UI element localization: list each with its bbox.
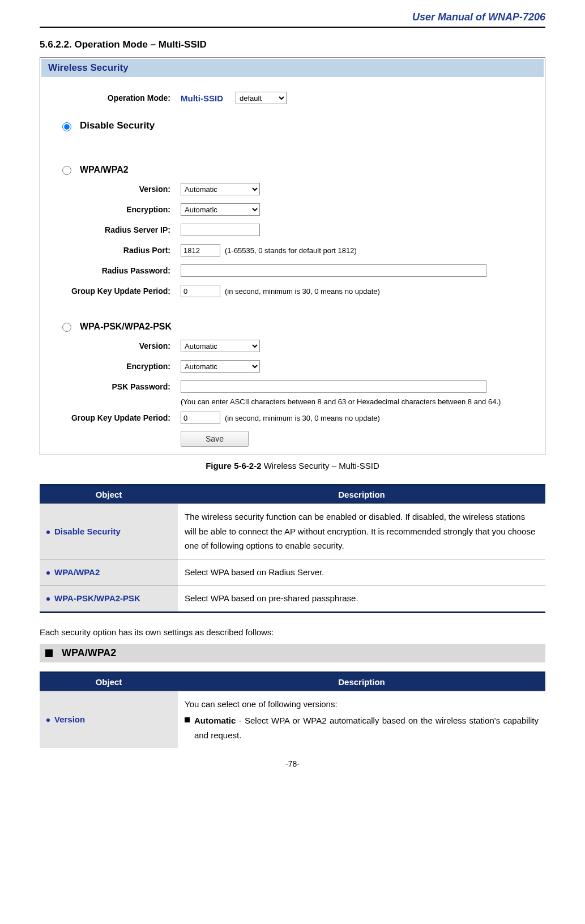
bullet-icon — [46, 531, 50, 534]
wpa-version-select[interactable]: Automatic — [181, 183, 260, 195]
t2-r0-obj: Version — [54, 715, 85, 724]
radius-pwd-input[interactable] — [181, 264, 486, 277]
page-number: -78- — [40, 759, 545, 768]
t2-head-object: Object — [40, 672, 178, 691]
psk-encryption-select[interactable]: Automatic — [181, 360, 260, 373]
radius-ip-input[interactable] — [181, 224, 260, 236]
radius-port-label: Radius Port: — [57, 246, 181, 255]
description-table-1: Object Description Disable Security The … — [40, 484, 545, 613]
t2-bullet-bold: Automatic — [194, 716, 236, 725]
psk-title: WPA-PSK/WPA2-PSK — [80, 322, 172, 332]
section-number: 5.6.2.2. — [40, 39, 72, 50]
wpa-title: WPA/WPA2 — [80, 165, 129, 175]
t1-r2-desc: Select WPA based on pre-shared passphras… — [178, 585, 545, 613]
t2-head-desc: Description — [178, 672, 545, 691]
operation-mode-value: Multi-SSID — [181, 93, 223, 103]
t2-desc-line1: You can select one of following versions… — [185, 697, 539, 712]
section-title: Operation Mode – Multi-SSID — [74, 39, 206, 50]
doc-header: User Manual of WNAP-7206 — [40, 11, 545, 28]
disable-security-title: Disable Security — [80, 120, 155, 131]
save-button[interactable]: Save — [181, 431, 249, 447]
bullet-icon — [46, 597, 50, 601]
table-row: Disable Security The wireless security f… — [40, 504, 545, 559]
table-row: WPA-PSK/WPA2-PSK Select WPA based on pre… — [40, 585, 545, 613]
ssid-select[interactable]: default — [236, 92, 287, 104]
radius-port-input[interactable] — [181, 244, 220, 256]
radius-ip-label: Radius Server IP: — [57, 225, 181, 234]
t1-head-desc: Description — [178, 485, 545, 504]
table-row: Version You can select one of following … — [40, 691, 545, 748]
radius-pwd-label: Radius Password: — [57, 266, 181, 275]
panel-header: Wireless Security — [41, 59, 544, 77]
disable-security-radio[interactable] — [62, 122, 71, 131]
square-bullet-icon — [185, 717, 190, 722]
operation-mode-label: Operation Mode: — [57, 93, 181, 102]
t1-r0-desc: The wireless security function can be en… — [178, 504, 545, 559]
wpa-encryption-select[interactable]: Automatic — [181, 203, 260, 216]
psk-groupkey-input[interactable] — [181, 412, 220, 424]
wpa-groupkey-label: Group Key Update Period: — [57, 286, 181, 296]
figure-caption-rest: Wireless Security – Multi-SSID — [261, 461, 379, 470]
section-heading: 5.6.2.2. Operation Mode – Multi-SSID — [40, 39, 545, 50]
mid-paragraph: Each security option has its own setting… — [40, 626, 545, 639]
figure-box: Wireless Security Operation Mode: Multi-… — [40, 57, 545, 455]
square-bullet-icon — [45, 649, 53, 657]
psk-version-label: Version: — [57, 341, 181, 350]
figure-caption-bold: Figure 5-6-2-2 — [206, 461, 261, 470]
t1-r2-obj: WPA-PSK/WPA2-PSK — [54, 593, 140, 603]
wpa-encryption-label: Encryption: — [57, 205, 181, 214]
t1-r1-desc: Select WPA based on Radius Server. — [178, 559, 545, 585]
t1-r0-obj: Disable Security — [54, 527, 121, 536]
psk-radio[interactable] — [62, 323, 71, 332]
psk-note: (You can enter ASCII characters between … — [181, 397, 528, 406]
psk-groupkey-hint: (in second, minimum is 30, 0 means no up… — [225, 414, 380, 422]
sub-heading: WPA/WPA2 — [40, 644, 545, 662]
t1-head-object: Object — [40, 485, 178, 504]
description-table-2: Object Description Version You can selec… — [40, 671, 545, 748]
t2-bullet-rest: - Select WPA or WPA2 automatically based… — [194, 716, 539, 740]
wpa-radio[interactable] — [62, 166, 71, 175]
t1-r1-obj: WPA/WPA2 — [54, 567, 100, 577]
psk-pwd-input[interactable] — [181, 380, 486, 393]
wpa-groupkey-input[interactable] — [181, 285, 220, 297]
radius-port-hint: (1-65535, 0 stands for default port 1812… — [225, 246, 357, 255]
psk-encryption-label: Encryption: — [57, 362, 181, 371]
figure-caption: Figure 5-6-2-2 Wireless Security – Multi… — [40, 461, 545, 470]
wpa-groupkey-hint: (in second, minimum is 30, 0 means no up… — [225, 287, 380, 296]
wpa-version-label: Version: — [57, 185, 181, 194]
psk-version-select[interactable]: Automatic — [181, 340, 260, 352]
sub-heading-text: WPA/WPA2 — [62, 647, 116, 659]
psk-groupkey-label: Group Key Update Period: — [57, 413, 181, 422]
bullet-icon — [46, 571, 50, 575]
psk-pwd-label: PSK Password: — [57, 382, 181, 391]
bullet-icon — [46, 718, 50, 722]
table-row: WPA/WPA2 Select WPA based on Radius Serv… — [40, 559, 545, 585]
